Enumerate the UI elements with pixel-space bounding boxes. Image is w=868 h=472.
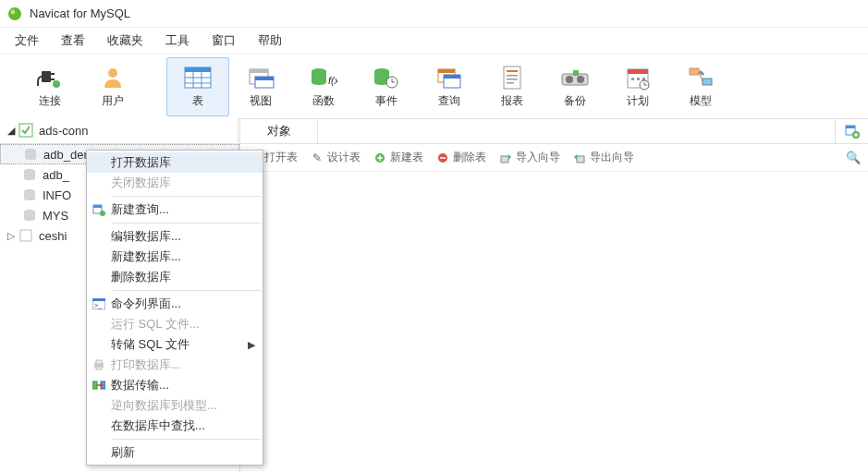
ctx-dump-sql[interactable]: 转储 SQL 文件▶ [87,334,263,355]
collapse-icon[interactable]: ▷ [6,230,17,242]
connection-icon [18,123,33,138]
svg-rect-45 [703,79,712,85]
report-icon [496,64,528,91]
function-icon: f(x) [308,64,339,91]
ctx-reverse: 逆向数据库到模型... [87,395,263,416]
svg-rect-30 [507,79,518,80]
menu-help[interactable]: 帮助 [247,29,293,53]
menu-view[interactable]: 查看 [50,29,96,53]
svg-rect-70 [92,298,105,301]
menubar: 文件 查看 收藏夹 工具 窗口 帮助 [0,28,868,54]
tool-view-label: 视图 [250,93,272,109]
svg-point-68 [100,211,105,216]
separator [113,223,261,224]
svg-rect-37 [628,69,648,74]
ctx-open-db[interactable]: 打开数据库 [87,152,263,173]
ctx-find-in-db[interactable]: 在数据库中查找... [87,416,263,436]
tab-object[interactable]: 对象 [240,119,318,143]
content-panel: 📂打开表 ✎设计表 新建表 删除表 导入向导 导出向导 🔍 [240,144,868,472]
tool-connect[interactable]: 连接 [18,57,81,116]
tool-function[interactable]: f(x) 函数 [292,57,355,116]
action-new-table[interactable]: 新建表 [373,150,423,165]
svg-point-1 [11,9,16,14]
table-plus-icon [845,124,860,139]
export-icon [573,151,586,164]
tree-db-label: adb_ [43,168,69,182]
svg-rect-29 [507,75,518,77]
minus-icon [436,151,449,164]
svg-rect-73 [96,360,102,364]
tool-schedule-label: 计划 [627,93,649,109]
tool-query[interactable]: 查询 [418,57,481,116]
svg-text:>_: >_ [94,302,102,309]
transfer-icon [87,380,111,391]
ctx-delete-db[interactable]: 删除数据库 [87,267,263,287]
tool-table-label: 表 [192,93,203,109]
ctx-new-db[interactable]: 新建数据库... [87,247,263,267]
model-icon [685,64,716,91]
svg-rect-50 [846,126,855,128]
svg-rect-75 [92,381,97,389]
app-title: Navicat for MySQL [30,6,130,20]
search-icon[interactable]: 🔍 [846,151,861,164]
submenu-arrow-icon: ▶ [248,339,255,351]
ctx-cmdline[interactable]: >_命令列界面... [87,294,263,314]
svg-point-0 [8,7,21,20]
ctx-new-query[interactable]: 新建查询... [87,200,263,220]
separator [113,290,261,291]
svg-text:f(x): f(x) [328,75,337,86]
tool-user[interactable]: 用户 [81,57,144,116]
database-icon [22,167,37,182]
svg-rect-58 [20,230,31,241]
plus-icon [373,151,386,164]
separator [113,196,261,197]
action-delete-table[interactable]: 删除表 [436,150,486,165]
tool-view[interactable]: 视图 [229,57,292,116]
tool-backup-label: 备份 [564,93,586,109]
svg-rect-2 [42,71,51,82]
tree-db-label: INFO [43,188,71,202]
svg-rect-4 [51,79,55,80]
svg-point-5 [53,80,60,88]
ctx-edit-db[interactable]: 编辑数据库... [87,226,263,247]
new-tab-button[interactable] [835,119,868,143]
tool-event-label: 事件 [375,93,397,109]
tree-connection-ads[interactable]: ◢ ads-conn [0,118,238,142]
expand-icon[interactable]: ◢ [6,125,17,137]
svg-rect-3 [51,73,55,75]
svg-rect-65 [577,156,584,163]
tool-table[interactable]: 表 [166,57,229,116]
tool-user-label: 用户 [102,93,124,109]
svg-rect-38 [631,78,634,80]
menu-favorites[interactable]: 收藏夹 [96,29,154,53]
action-export[interactable]: 导出向导 [573,150,634,165]
view-icon [245,64,276,91]
backup-icon [559,64,591,91]
ctx-close-db: 关闭数据库 [87,173,263,193]
user-icon [97,64,128,91]
tool-event[interactable]: 事件 [355,57,418,116]
titlebar: Navicat for MySQL [0,0,868,28]
tool-model-label: 模型 [690,93,712,109]
ctx-data-transfer[interactable]: 数据传输... [87,375,263,395]
svg-rect-16 [255,77,274,80]
tool-backup[interactable]: 备份 [544,57,606,116]
tool-connect-label: 连接 [39,93,61,109]
svg-rect-35 [573,70,579,76]
context-menu: 打开数据库 关闭数据库 新建查询... 编辑数据库... 新建数据库... 删除… [86,150,263,466]
menu-window[interactable]: 窗口 [201,29,247,53]
menu-tools[interactable]: 工具 [154,29,201,53]
tool-report[interactable]: 报表 [481,57,544,116]
menu-file[interactable]: 文件 [4,29,50,53]
app-icon [7,6,22,21]
svg-rect-8 [185,67,211,72]
tool-report-label: 报表 [501,93,523,109]
tool-model[interactable]: 模型 [669,57,732,116]
database-icon [22,208,37,223]
tool-schedule[interactable]: 计划 [606,57,669,116]
query-icon [434,64,465,91]
svg-rect-24 [438,69,455,73]
ctx-refresh[interactable]: 刷新 [87,442,263,463]
action-design-table[interactable]: ✎设计表 [311,150,361,165]
action-import[interactable]: 导入向导 [499,150,560,165]
